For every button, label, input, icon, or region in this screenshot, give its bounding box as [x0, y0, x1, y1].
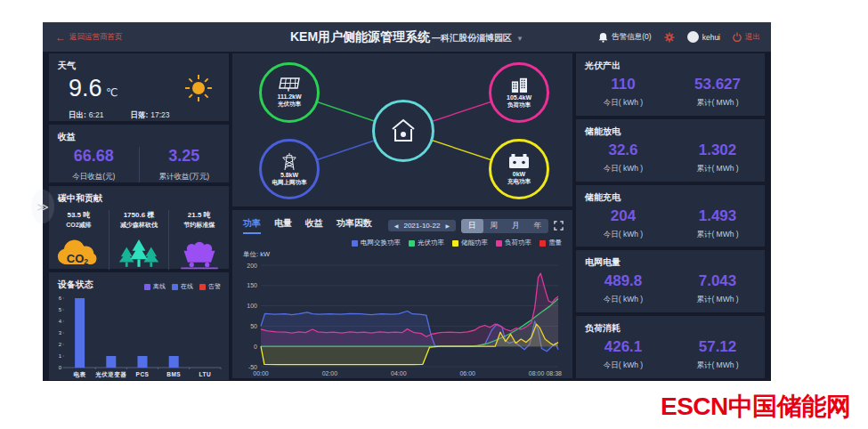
stat-total: 1.302累计( MWh ): [670, 142, 765, 174]
legend-swatch: [409, 240, 415, 247]
prev-day-icon[interactable]: ◀: [394, 223, 399, 229]
escn-logo: ESCN中国储能网: [661, 390, 850, 424]
svg-text:0: 0: [59, 365, 62, 370]
legend-item-alarm[interactable]: 告警: [199, 282, 221, 291]
app-title: KEM用户侧能源管理系统: [290, 29, 430, 45]
power-icon: [733, 32, 742, 42]
legend-item-offline[interactable]: 离线: [144, 282, 166, 291]
device-status-panel: 设备状态 离线 在线 告警: [49, 272, 229, 380]
svg-text:1: 1: [59, 353, 62, 359]
revenue-total: 3.25 累计收益(万元): [140, 147, 230, 182]
page-title: KEM用户侧能源管理系统 —科汇股份淄博园区 ▼: [290, 29, 523, 45]
temperature: 9.6 ℃: [69, 75, 118, 102]
flow-node-pv[interactable]: 111.2kW 光伏功率: [259, 62, 320, 123]
svg-text:04:00: 04:00: [391, 370, 407, 376]
carbon-co2: 53.5 吨 CO2减排 CO2: [49, 210, 109, 270]
stat-today: 110今日( kWh ): [576, 76, 670, 109]
revenue-today: 66.68 今日收益(元): [49, 147, 140, 182]
svg-text:50: 50: [250, 323, 257, 329]
svg-text:150: 150: [247, 282, 257, 288]
stat-panel-storage-discharge: 储能放电 32.6今日( kWh ) 1.302累计( MWh ): [576, 119, 765, 182]
trees-icon: [117, 238, 161, 270]
tab-power-factor[interactable]: 功率因数: [337, 217, 372, 234]
carbon-coal: 21.5 吨 节约标准煤: [168, 210, 229, 270]
sun-icon: [184, 74, 213, 102]
legend-swatch: [452, 240, 458, 247]
legend-swatch: [172, 284, 178, 290]
svg-text:02:00: 02:00: [322, 370, 338, 376]
svg-text:08:38: 08:38: [546, 370, 562, 376]
legend-swatch: [352, 240, 358, 247]
avatar: [687, 31, 699, 43]
site-name: —科汇股份淄博园区: [432, 32, 512, 45]
device-legend: 离线 在线 告警: [144, 282, 221, 291]
stat-total: 57.12累计( MWh ): [670, 338, 765, 371]
building-icon: [509, 77, 529, 93]
chevron-down-icon[interactable]: ▼: [516, 35, 523, 43]
transmission-tower-icon: [280, 152, 299, 170]
date-picker[interactable]: ◀ 2021-10-22 ▶: [388, 220, 456, 231]
power-chart-panel: 功率 电量 收益 功率因数 ◀ 2021-10-22 ▶ 日 周: [232, 210, 572, 378]
tab-power[interactable]: 功率: [243, 217, 261, 234]
svg-text:-50: -50: [248, 364, 257, 370]
svg-text:电表: 电表: [74, 371, 86, 378]
svg-text:4: 4: [59, 319, 62, 324]
date-value: 2021-10-22: [403, 222, 440, 230]
device-chart-svg: 0123456电表光伏逆变器PCSBMSLTU: [53, 295, 224, 380]
co2-cloud-icon: CO2: [55, 238, 101, 270]
stat-panel-grid-energy: 电网电量 489.8今日( kWh ) 7.043累计( MWh ): [576, 250, 765, 312]
legend-item-storage-power[interactable]: 储能功率: [452, 239, 488, 247]
tab-energy[interactable]: 电量: [274, 217, 292, 234]
svg-text:光伏逆变器: 光伏逆变器: [94, 371, 126, 378]
svg-text:6: 6: [59, 295, 62, 301]
revenue-panel: 收益 66.68 今日收益(元) 3.25 累计收益(万元): [49, 125, 229, 182]
stat-total: 1.493累计( MWh ): [670, 207, 765, 240]
flow-node-home[interactable]: [372, 100, 434, 162]
svg-text:PCS: PCS: [136, 371, 150, 377]
back-arrow-icon: ←: [55, 32, 66, 43]
range-week-button[interactable]: 周: [483, 219, 506, 233]
legend-item-pv-power[interactable]: 光伏功率: [409, 239, 444, 247]
left-column: 天气 9.6 ℃: [49, 53, 229, 378]
solar-panel-icon: [278, 77, 301, 92]
sunrise: 日出:6:21: [69, 110, 103, 121]
home-icon: [389, 117, 418, 144]
legend-item-load-power[interactable]: 负荷功率: [496, 239, 531, 247]
legend-item-grid-power[interactable]: 电网交换功率: [352, 239, 401, 247]
back-link[interactable]: ← 返回运营商首页: [55, 32, 123, 43]
settings-button[interactable]: [664, 32, 675, 43]
chart-tabs: 功率 电量 收益 功率因数: [243, 217, 372, 234]
center-column: 111.2kW 光伏功率: [232, 53, 572, 378]
alarm-info-button[interactable]: 告警信息(0): [598, 32, 651, 43]
carbon-title: 碳中和贡献: [49, 186, 229, 205]
legend-item-demand[interactable]: 需量: [539, 239, 562, 247]
weather-title: 天气: [49, 53, 229, 72]
legend-swatch: [144, 284, 150, 290]
svg-text:200: 200: [247, 263, 257, 269]
flow-node-load[interactable]: 105.4kW 负荷功率: [489, 62, 549, 123]
svg-text:3: 3: [59, 330, 62, 336]
gear-icon: [664, 32, 675, 43]
revenue-title: 收益: [49, 125, 229, 143]
flow-node-grid[interactable]: 5.8kW 电网上网功率: [259, 139, 320, 199]
fullscreen-icon[interactable]: [554, 221, 564, 231]
svg-text:0: 0: [254, 344, 257, 350]
range-year-button[interactable]: 年: [527, 219, 549, 233]
user-menu[interactable]: kehui: [687, 31, 720, 43]
logout-button[interactable]: 退出: [733, 32, 760, 43]
flow-node-battery[interactable]: 0kW 充电功率: [489, 139, 549, 199]
chart-controls: ◀ 2021-10-22 ▶ 日 周 月 年: [388, 219, 564, 233]
sunset: 日落:17:23: [130, 110, 169, 121]
chevron-right-icon: ≫: [37, 200, 49, 214]
back-label: 返回运营商首页: [69, 32, 123, 43]
svg-text:100: 100: [247, 303, 257, 309]
range-day-button[interactable]: 日: [461, 219, 483, 233]
range-month-button[interactable]: 月: [505, 219, 527, 233]
carbon-panel: 碳中和贡献 53.5 吨 CO2减排 CO2 1750.6 棵: [49, 186, 229, 269]
top-bar: ← 返回运营商首页 KEM用户侧能源管理系统 —科汇股份淄博园区 ▼ 告警信息(…: [43, 22, 771, 52]
tab-revenue[interactable]: 收益: [305, 217, 323, 234]
stat-panel-storage-charge: 储能充电 204今日( kWh ) 1.493累计( MWh ): [576, 185, 765, 247]
next-day-icon[interactable]: ▶: [445, 223, 450, 229]
legend-item-online[interactable]: 在线: [172, 282, 193, 291]
sidebar-expand-handle[interactable]: ≫: [31, 190, 54, 223]
